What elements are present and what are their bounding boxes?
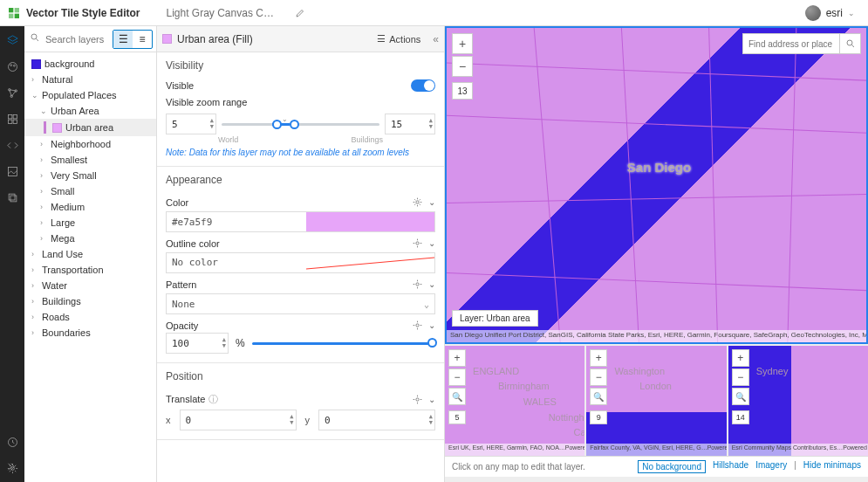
layer-item[interactable]: ›Mega [24,231,156,246]
zoom-out-button[interactable]: − [732,368,749,386]
basemap-hillshade[interactable]: Hillshade [713,460,748,473]
zoom-level-badge: 14 [732,410,749,424]
view-toggle[interactable]: ☰ ≡ [113,30,153,49]
minimap[interactable]: +−🔍14SydneyEsri Community Maps Contribut… [728,346,868,456]
opacity-thumb[interactable] [427,338,437,348]
hide-minimaps[interactable]: Hide minimaps [803,460,861,473]
layer-item[interactable]: ›Medium [24,199,156,215]
view-hierarchical-icon[interactable]: ☰ [113,31,133,48]
zoom-in-button[interactable]: + [732,349,749,367]
chevron-down-icon[interactable]: ⌄ [428,238,435,248]
collapse-icon[interactable]: « [433,33,439,45]
gear-icon[interactable] [412,279,423,290]
outline-swatch[interactable] [306,253,435,272]
layer-swatch [162,34,172,44]
rail-image-icon[interactable] [5,164,19,178]
search-input[interactable] [45,34,109,45]
rail-nodes-icon[interactable] [5,86,19,100]
zoom-in-button[interactable]: + [452,33,473,54]
layer-item[interactable]: ›Land Use [24,246,156,262]
zoom-out-button[interactable]: − [452,56,473,77]
color-input[interactable] [166,211,435,232]
svg-line-27 [534,28,560,343]
gear-icon[interactable] [412,196,423,208]
svg-line-26 [447,115,866,133]
zoom-thumb-min[interactable] [272,120,282,129]
map-search-button[interactable] [840,33,861,54]
layer-item[interactable]: ›Neighborhood [24,136,156,152]
opacity-input[interactable]: 100▲▼ [166,333,229,354]
basemap-imagery[interactable]: Imagery [755,460,787,473]
zoom-out-button[interactable]: − [590,368,607,386]
basemap-none[interactable]: No background [638,460,706,473]
color-swatch[interactable] [306,212,435,231]
opacity-slider[interactable] [252,342,435,345]
section-visibility: Visibility Visible Visible zoom range 5▲… [157,52,444,167]
zoom-slider[interactable]: ⌄ [222,123,379,126]
zoom-min-input[interactable]: 5▲▼ [166,114,216,134]
translate-x-input[interactable]: 0▲▼ [180,410,297,430]
view-flat-icon[interactable]: ≡ [133,31,152,48]
svg-line-28 [621,28,639,343]
footer-hint: Click on any map to edit that layer. [452,462,585,472]
svg-rect-3 [15,13,19,17]
layer-item[interactable]: ›Transportation [24,262,156,278]
chevron-down-icon[interactable]: ⌄ [428,197,435,207]
user-menu[interactable]: esri ⌄ [799,3,861,24]
search-icon[interactable]: 🔍 [732,388,749,405]
layer-item[interactable]: ›Water [24,278,156,293]
zoom-in-button[interactable]: + [590,349,607,367]
pattern-select[interactable]: None ⌄ [166,293,435,314]
layer-item[interactable]: ⌄Urban Area [24,103,156,119]
layer-background[interactable]: background [24,56,156,72]
zoom-thumb-max[interactable] [290,120,299,129]
rail-history-icon[interactable] [5,435,19,449]
color-hex-input[interactable] [167,212,306,231]
map-main[interactable]: San Diego + − 13 Layer: Urban area San D… [445,26,868,344]
zoom-in-button[interactable]: + [448,349,466,367]
layer-item[interactable]: ›Large [24,215,156,231]
rail-code-icon[interactable] [5,138,19,152]
layer-item[interactable]: ⌄Populated Places [24,87,156,103]
gear-icon[interactable] [412,394,423,405]
layer-item[interactable]: ›Small [24,183,156,199]
style-name[interactable]: Light Gray Canvas C… [167,7,274,19]
actions-menu[interactable]: ☰ Actions [377,33,420,45]
layer-item[interactable]: Urban area [24,119,156,136]
svg-rect-2 [9,13,13,17]
search-icon[interactable]: 🔍 [448,388,466,405]
layer-item[interactable]: ›Boundaries [24,325,156,341]
minimap[interactable]: +−🔍5ENGLANDBirminghamWALESNottinghamCard… [445,346,584,456]
outline-input[interactable]: No color [166,252,435,273]
search-icon[interactable]: 🔍 [590,388,607,405]
layer-item[interactable]: ›Smallest [24,152,156,168]
user-name: esri [826,7,843,19]
chevron-down-icon[interactable]: ⌄ [428,395,435,404]
layer-item[interactable]: ›Very Small [24,168,156,183]
zoom-out-button[interactable]: − [448,368,466,386]
rail-copy-icon[interactable] [5,190,19,204]
zoom-max-input[interactable]: 15▲▼ [385,114,435,134]
rail-expand-icon[interactable] [5,459,19,473]
layer-item[interactable]: ›Buildings [24,293,156,309]
visible-toggle[interactable] [411,79,435,92]
app-title: Vector Tile Style Editor [26,7,140,19]
info-icon[interactable]: ⓘ [208,394,218,404]
svg-point-23 [416,324,419,327]
rail-grid-icon[interactable] [5,112,19,126]
minimap[interactable]: +−🔍9WashingtonLondonFairfax County, VA, … [586,346,726,456]
rail-palette-icon[interactable] [5,59,19,73]
chevron-down-icon[interactable]: ⌄ [428,279,435,289]
gear-icon[interactable] [412,238,423,249]
translate-y-input[interactable]: 0▲▼ [318,410,435,430]
map-search-input[interactable] [742,33,840,54]
gear-icon[interactable] [412,320,423,331]
chevron-down-icon[interactable]: ⌄ [428,320,435,330]
edit-icon[interactable] [295,8,305,18]
layer-item[interactable]: ›Natural [24,72,156,87]
section-position: Position Translate ⓘ ⌄ x 0▲▼ y 0▲▼ [157,363,444,440]
zoom-note: Note: Data for this layer may not be ava… [166,148,435,157]
rail-layers-icon[interactable] [5,33,19,47]
section-appearance: Appearance Color ⌄ Outline color ⌄ No co… [157,167,444,363]
layer-item[interactable]: ›Roads [24,309,156,325]
